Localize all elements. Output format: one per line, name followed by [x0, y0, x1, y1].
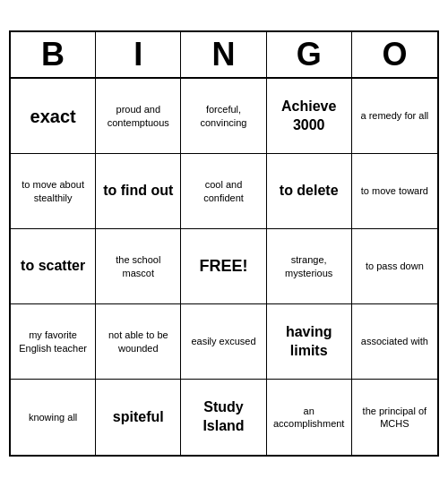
- bingo-cell[interactable]: to move toward: [352, 154, 437, 229]
- bingo-cell[interactable]: having limits: [267, 304, 352, 380]
- bingo-cell[interactable]: associated with: [352, 304, 437, 380]
- bingo-cell[interactable]: a remedy for all: [352, 79, 437, 154]
- bingo-cell[interactable]: Achieve 3000: [267, 79, 352, 154]
- bingo-cell[interactable]: the principal of MCHS: [352, 380, 437, 455]
- header-n: N: [181, 32, 266, 77]
- bingo-cell[interactable]: to delete: [267, 154, 352, 229]
- bingo-cell[interactable]: forceful, convincing: [181, 79, 266, 154]
- bingo-cell[interactable]: my favorite English teacher: [11, 304, 96, 380]
- bingo-cell[interactable]: strange, mysterious: [267, 229, 352, 304]
- bingo-cell[interactable]: knowing all: [11, 380, 96, 455]
- bingo-cell[interactable]: to find out: [96, 154, 181, 229]
- bingo-cell[interactable]: exact: [11, 79, 96, 154]
- bingo-cell[interactable]: proud and contemptuous: [96, 79, 181, 154]
- bingo-cell[interactable]: FREE!: [181, 229, 266, 304]
- bingo-cell[interactable]: to move about stealthily: [11, 154, 96, 229]
- bingo-header: B I N G O: [11, 32, 437, 79]
- header-o: O: [352, 32, 437, 77]
- bingo-cell[interactable]: spiteful: [96, 380, 181, 455]
- bingo-cell[interactable]: to scatter: [11, 229, 96, 304]
- bingo-cell[interactable]: cool and confident: [181, 154, 266, 229]
- bingo-cell[interactable]: Study Island: [181, 380, 266, 455]
- header-i: I: [96, 32, 181, 77]
- bingo-cell[interactable]: not able to be wounded: [96, 304, 181, 380]
- bingo-grid: exactproud and contemptuousforceful, con…: [11, 79, 437, 455]
- header-g: G: [267, 32, 352, 77]
- bingo-cell[interactable]: to pass down: [352, 229, 437, 304]
- bingo-cell[interactable]: an accomplishment: [267, 380, 352, 455]
- bingo-cell[interactable]: the school mascot: [96, 229, 181, 304]
- bingo-cell[interactable]: easily excused: [181, 304, 266, 380]
- header-b: B: [11, 32, 96, 77]
- bingo-card: B I N G O exactproud and contemptuousfor…: [9, 30, 439, 457]
